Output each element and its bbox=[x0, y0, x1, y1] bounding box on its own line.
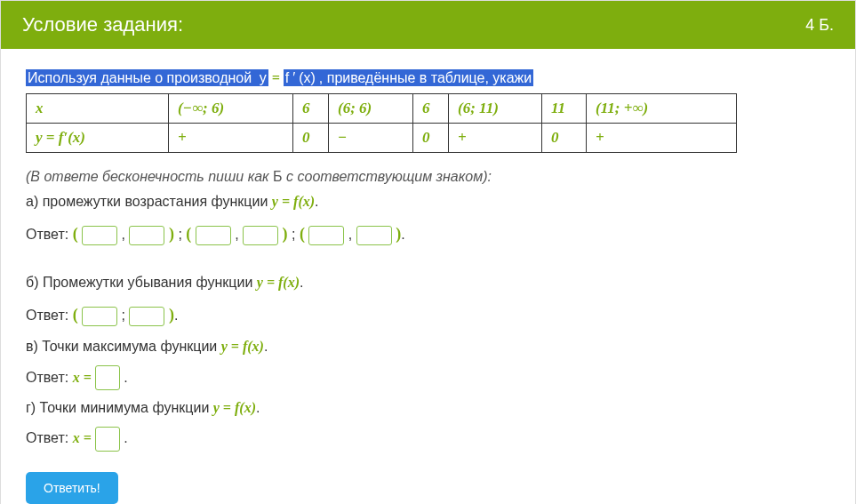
input-a1-lo[interactable] bbox=[82, 226, 117, 245]
paren-open: ( bbox=[300, 225, 305, 243]
comma: , bbox=[348, 227, 356, 242]
input-b-lo[interactable] bbox=[82, 307, 117, 326]
task-card: Условие задания: 4 Б. Используя данные о… bbox=[0, 0, 856, 504]
intro-part1: Используя данные о производной bbox=[26, 69, 258, 86]
dot: . bbox=[124, 370, 127, 385]
xeq: x = bbox=[73, 370, 95, 385]
cell: − bbox=[329, 124, 413, 153]
qb-label: б) Промежутки убывания функции bbox=[26, 275, 257, 290]
qc-label: в) Точки максимума функции bbox=[26, 339, 221, 354]
content-area: Используя данные о производной y = f′(x)… bbox=[1, 49, 855, 504]
cell: (11; +∞) bbox=[587, 94, 737, 124]
dot: . bbox=[401, 227, 404, 242]
input-b-hi[interactable] bbox=[129, 307, 164, 326]
note-line: (В ответе бесконечность пиши как Б с соо… bbox=[26, 169, 830, 185]
comma: , bbox=[235, 227, 243, 242]
qd-dot: . bbox=[256, 400, 260, 415]
answer-c: Ответ: x = . bbox=[26, 364, 830, 391]
answer-label: Ответ: bbox=[26, 308, 73, 323]
input-c[interactable] bbox=[95, 365, 120, 390]
intro-eq-eq: = bbox=[268, 70, 284, 85]
answer-d: Ответ: x = . bbox=[26, 425, 830, 452]
cell: (6; 11) bbox=[449, 94, 542, 124]
input-a3-hi[interactable] bbox=[356, 226, 392, 245]
dot: . bbox=[124, 430, 127, 445]
semi: ; bbox=[174, 227, 186, 242]
xeq: x = bbox=[73, 430, 95, 445]
cell: 6 bbox=[293, 94, 329, 124]
question-a: а) промежутки возрастания функции y = f(… bbox=[26, 188, 830, 215]
intro-eq-f: f bbox=[284, 69, 291, 86]
table-row: x (−∞; 6) 6 (6; 6) 6 (6; 11) 11 (11; +∞) bbox=[27, 94, 737, 124]
qb-dot: . bbox=[300, 275, 303, 290]
question-c: в) Точки максимума функции y = f(x). bbox=[26, 333, 830, 360]
qa-label: а) промежутки возрастания функции bbox=[26, 194, 272, 209]
answer-a: Ответ: ( , ) ; ( , ) ; ( , ). bbox=[26, 219, 830, 249]
submit-button[interactable]: Ответить! bbox=[26, 472, 118, 504]
comma: , bbox=[122, 227, 130, 242]
qa-dot: . bbox=[315, 194, 318, 209]
paren-open: ( bbox=[73, 225, 78, 243]
question-b: б) Промежутки убывания функции y = f(x). bbox=[26, 269, 830, 296]
input-a2-hi[interactable] bbox=[243, 226, 278, 245]
cell: 0 bbox=[542, 124, 587, 153]
cell: + bbox=[449, 124, 542, 153]
qc-eq: y = f(x) bbox=[221, 339, 264, 354]
question-d: г) Точки минимума функции y = f(x). bbox=[26, 395, 830, 421]
cell: 0 bbox=[293, 124, 329, 153]
note-text2: с соответствующим знаком): bbox=[283, 169, 492, 184]
qa-eq: y = f(x) bbox=[272, 194, 315, 209]
note-b: Б bbox=[273, 169, 283, 184]
intro-eq-x: (x) bbox=[297, 69, 317, 86]
input-a3-lo[interactable] bbox=[308, 226, 344, 245]
cell: (6; 6) bbox=[329, 94, 413, 124]
answer-b: Ответ: ( ; ). bbox=[26, 300, 830, 330]
table-row: y = f′(x) + 0 − 0 + 0 + bbox=[27, 124, 737, 153]
answer-label: Ответ: bbox=[26, 370, 73, 385]
cell: (−∞; 6) bbox=[169, 94, 293, 124]
header-bar: Условие задания: 4 Б. bbox=[1, 1, 855, 49]
cell: 11 bbox=[542, 94, 587, 124]
qb-eq: y = f(x) bbox=[257, 275, 300, 290]
qc-dot: . bbox=[264, 339, 268, 354]
derivative-table: x (−∞; 6) 6 (6; 6) 6 (6; 11) 11 (11; +∞)… bbox=[26, 93, 737, 153]
input-a2-lo[interactable] bbox=[196, 226, 231, 245]
intro-line: Используя данные о производной y = f′(x)… bbox=[26, 70, 830, 86]
note-text: (В ответе бесконечность пиши как bbox=[26, 169, 273, 184]
cell-x: x bbox=[27, 94, 169, 124]
cell: + bbox=[587, 124, 737, 153]
semi: ; bbox=[288, 227, 300, 242]
qd-label: г) Точки минимума функции bbox=[26, 400, 213, 415]
qd-eq: y = f(x) bbox=[213, 400, 256, 415]
intro-part2: , приведённые в таблице, укажи bbox=[317, 69, 533, 86]
header-points: 4 Б. bbox=[805, 16, 834, 35]
answer-label: Ответ: bbox=[26, 227, 73, 242]
cell-yfx: y = f′(x) bbox=[27, 124, 169, 153]
paren-open: ( bbox=[186, 225, 191, 243]
input-d[interactable] bbox=[95, 427, 120, 452]
cell: 0 bbox=[413, 124, 449, 153]
cell: 6 bbox=[413, 94, 449, 124]
semi: ; bbox=[122, 308, 130, 323]
paren-open: ( bbox=[73, 306, 78, 324]
header-title: Условие задания: bbox=[22, 13, 183, 36]
intro-eq-y: y bbox=[258, 69, 268, 86]
input-a1-hi[interactable] bbox=[129, 226, 164, 245]
dot: . bbox=[174, 308, 178, 323]
answer-label: Ответ: bbox=[26, 430, 73, 445]
cell: + bbox=[169, 124, 293, 153]
